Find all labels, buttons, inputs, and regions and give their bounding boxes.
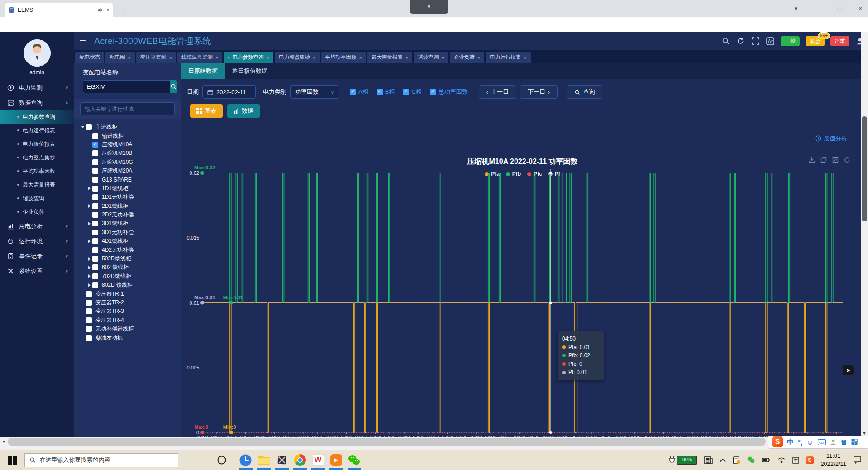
taskbar-chrome[interactable]	[291, 451, 309, 470]
tree-item[interactable]: 柴油发动机	[74, 333, 181, 342]
tree-checkbox[interactable]	[86, 326, 92, 332]
sidebar-item-系统设置[interactable]: 系统设置∨	[0, 264, 74, 278]
tree-checkbox[interactable]	[92, 221, 98, 226]
ime-emoji-icon[interactable]: ☺	[806, 438, 813, 446]
tray-expand-chevron[interactable]	[720, 458, 726, 462]
page-tab[interactable]: 企业负荷×	[450, 52, 484, 63]
cortana-button[interactable]	[213, 451, 231, 470]
phase-checkbox-A相[interactable]: A相	[350, 88, 368, 96]
sidebar-subitem-电力整点集抄[interactable]: 电力整点集抄	[0, 151, 74, 164]
alarm-button-1[interactable]: 紧急99+	[806, 36, 825, 46]
header-refresh-icon[interactable]	[736, 37, 745, 46]
tree-checkbox[interactable]	[86, 317, 92, 323]
tray-wifi-icon[interactable]	[777, 457, 786, 463]
tree-item[interactable]: 变压器TR-1	[74, 289, 181, 298]
tree-checkbox[interactable]	[92, 256, 98, 262]
hamburger-menu-icon[interactable]: ☰	[79, 36, 86, 46]
tree-checkbox[interactable]	[86, 300, 92, 306]
ime-mode-chinese[interactable]: 中	[787, 438, 794, 446]
page-tab[interactable]: 配电图×	[105, 52, 135, 63]
vertical-scrollbar-thumb[interactable]	[862, 116, 867, 221]
sogou-logo-icon[interactable]: S	[772, 436, 783, 447]
phase-checkbox-总功率因数[interactable]: 总功率因数	[430, 88, 468, 96]
page-tab[interactable]: 变压器监测×	[136, 52, 176, 63]
next-day-button[interactable]: 下一日›	[520, 85, 558, 99]
tray-card-icon[interactable]	[733, 456, 740, 464]
tree-expander-right[interactable]	[86, 222, 92, 225]
tree-item[interactable]: G13 SPARE	[74, 175, 181, 184]
sidebar-subitem-电力极值报表[interactable]: 电力极值报表	[0, 137, 74, 151]
tree-expander-right[interactable]	[86, 266, 92, 269]
tab-close-icon[interactable]: ×	[169, 55, 172, 60]
tree-checkbox[interactable]	[92, 186, 98, 192]
sidebar-item-运行环境[interactable]: 运行环境∨	[0, 234, 74, 249]
start-button[interactable]	[8, 456, 17, 465]
alarm-button-0[interactable]: 一般	[781, 36, 800, 46]
taskbar-clock[interactable]: 11:01 2022/2/11	[820, 452, 846, 468]
sidebar-subitem-最大需量报表[interactable]: 最大需量报表	[0, 178, 74, 192]
tree-item[interactable]: 2D2无功补偿	[74, 211, 181, 219]
prev-day-button[interactable]: ‹上一日	[479, 85, 516, 99]
tree-expander-right[interactable]	[86, 187, 92, 190]
phase-checkbox-C相[interactable]: C相	[403, 88, 421, 96]
tree-item[interactable]: 802D 馈线柜	[74, 281, 181, 289]
tree-checkbox[interactable]	[86, 335, 92, 341]
sidebar-subitem-企业负荷[interactable]: 企业负荷	[0, 205, 74, 219]
type-select[interactable]: 功率因数 ∨	[290, 85, 339, 99]
tree-expander-right[interactable]	[86, 257, 92, 261]
sidebar-subitem-电力运行报表[interactable]: 电力运行报表	[0, 124, 74, 137]
taskbar-wps[interactable]: W	[309, 451, 327, 470]
station-search-button[interactable]	[170, 80, 177, 93]
tree-checkbox[interactable]	[92, 273, 98, 279]
sidebar-item-事件记录[interactable]: 事件记录∨	[0, 249, 74, 264]
tree-item[interactable]: 压缩机M10A	[74, 140, 181, 149]
window-close-button[interactable]: ×	[854, 4, 867, 14]
taskbar-wechat[interactable]	[345, 451, 363, 470]
tree-checkbox[interactable]	[92, 159, 98, 165]
tree-checkbox[interactable]	[86, 291, 92, 297]
window-restore-button[interactable]: □	[833, 4, 846, 14]
date-input[interactable]: 2022-02-11	[202, 85, 256, 99]
tree-checkbox[interactable]	[92, 177, 98, 183]
page-tab[interactable]: 线缆温度监测×	[177, 52, 222, 63]
tree-checkbox[interactable]	[92, 247, 98, 253]
taskbar-search-box[interactable]: 在这里输入你要搜索的内容	[24, 453, 178, 467]
tray-wechat-icon[interactable]	[747, 456, 755, 464]
tab-close-icon[interactable]: ×	[313, 55, 315, 60]
ime-toolbox-icon[interactable]	[851, 439, 858, 445]
ime-user-icon[interactable]	[830, 439, 836, 445]
tree-item[interactable]: 4D1馈线柜	[74, 237, 181, 245]
tree-item[interactable]: 2D1馈线柜	[74, 202, 181, 211]
tree-item[interactable]: 无功补偿进线柜	[74, 325, 181, 333]
page-tab[interactable]: 最大需量报表×	[367, 52, 412, 63]
tree-item[interactable]: 变压器TR-4	[74, 316, 181, 325]
taskbar-tools-app[interactable]	[273, 451, 291, 470]
alarm-button-2[interactable]: 严重	[830, 36, 849, 46]
header-search-icon[interactable]	[721, 37, 730, 46]
page-tab[interactable]: 谐波查询×	[414, 52, 448, 63]
tree-checkbox[interactable]	[92, 150, 98, 156]
tray-ime-indicator-icon[interactable]	[792, 457, 799, 464]
tree-item[interactable]: 变压器TR-3	[74, 307, 181, 316]
battery-indicator[interactable]: 99%	[669, 456, 697, 465]
tree-checkbox[interactable]	[92, 133, 98, 139]
tree-expander-right[interactable]	[86, 283, 92, 287]
tree-checkbox[interactable]	[92, 142, 98, 148]
ime-skin-icon[interactable]	[840, 439, 847, 445]
tree-item[interactable]: 502D馈线柜	[74, 254, 181, 263]
extremes-analysis-link[interactable]: 最值分析	[815, 134, 847, 143]
page-tab[interactable]: 电力运行报表×	[486, 52, 530, 63]
sidebar-subitem-平均功率因数[interactable]: 平均功率因数	[0, 164, 74, 178]
fullscreen-icon[interactable]	[751, 37, 760, 46]
taskbar-clock-app[interactable]	[237, 451, 255, 470]
query-button[interactable]: 查询	[567, 85, 602, 99]
user-avatar[interactable]	[24, 39, 51, 67]
tree-item[interactable]: 1D1无功补偿	[74, 193, 181, 201]
ime-punctuation-icon[interactable]: °,	[798, 438, 802, 446]
scroll-left-arrow[interactable]: ◄	[0, 438, 8, 446]
tree-item[interactable]: 主进线柜	[74, 123, 181, 131]
tree-item[interactable]: 702D馈线柜	[74, 272, 181, 281]
sidebar-item-电力监测[interactable]: 电力监测∨	[0, 80, 74, 95]
station-name-input[interactable]	[83, 80, 170, 93]
tray-sogou-icon[interactable]: S	[806, 456, 814, 464]
